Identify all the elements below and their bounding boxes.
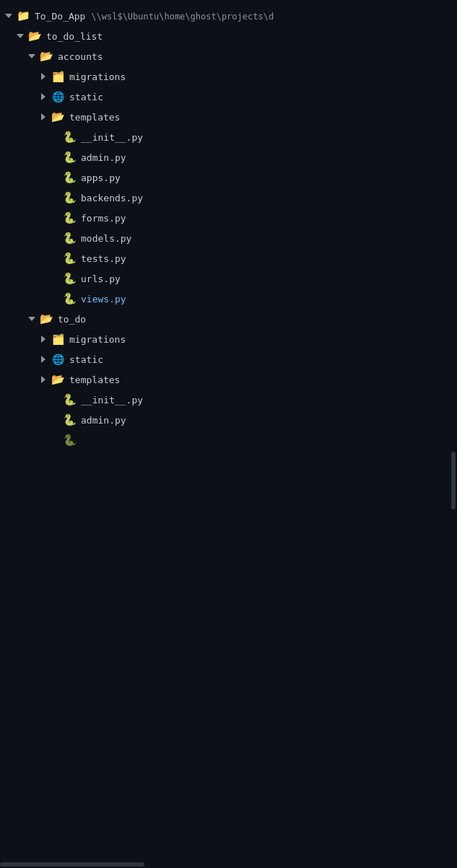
sidebar-item-accounts-migrations[interactable]: 🗂️ migrations	[0, 66, 457, 87]
item-label: accounts	[58, 51, 451, 62]
spacer	[49, 131, 61, 143]
item-label: migrations	[69, 71, 451, 82]
root-folder[interactable]: 📁 To_Do_App \\wsl$\Ubuntu\home\ghost\pro…	[0, 6, 457, 26]
chevron-down-icon	[3, 10, 14, 22]
python-icon: 🐍	[62, 150, 77, 165]
sidebar-item-accounts-forms[interactable]: 🐍 forms.py	[0, 208, 457, 228]
sidebar-item-accounts-models[interactable]: 🐍 models.py	[0, 228, 457, 248]
chevron-right-icon	[38, 111, 49, 123]
sidebar-item-accounts-templates[interactable]: 📂 templates	[0, 107, 457, 127]
chevron-right-icon	[38, 333, 49, 345]
python-icon: 🐍	[62, 393, 77, 407]
spacer	[49, 152, 61, 163]
sidebar-item-to_do[interactable]: 📂 to_do	[0, 309, 457, 329]
item-label: templates	[69, 374, 451, 385]
python-icon: 🐍	[62, 413, 77, 427]
chevron-right-icon	[38, 91, 49, 102]
spacer	[49, 172, 61, 183]
sidebar-item-to_do_list[interactable]: 📂 to_do_list	[0, 26, 457, 46]
chevron-down-icon	[26, 313, 38, 325]
sidebar-item-todo-templates[interactable]: 📂 templates	[0, 369, 457, 390]
folder-yellow-icon: 📂	[39, 49, 53, 63]
folder-yellow-icon: 📂	[51, 372, 65, 387]
spacer	[49, 394, 61, 405]
item-label: __init__.py	[81, 132, 451, 143]
item-label: backends.py	[81, 193, 451, 203]
spacer	[49, 192, 61, 203]
chevron-right-icon	[38, 374, 49, 385]
python-icon: 🐍	[62, 291, 77, 306]
spacer	[49, 434, 61, 446]
python-icon: 🐍	[62, 130, 77, 144]
python-icon: 🐍	[62, 271, 77, 286]
spacer	[49, 232, 61, 244]
sidebar-item-accounts-apps[interactable]: 🐍 apps.py	[0, 167, 457, 188]
item-label: templates	[69, 112, 451, 123]
item-label: to_do_list	[46, 31, 451, 42]
item-label: static	[69, 92, 451, 102]
python-icon: 🐍	[62, 231, 77, 245]
sidebar-item-accounts-init[interactable]: 🐍 __init__.py	[0, 127, 457, 147]
sidebar-item-accounts-tests[interactable]: 🐍 tests.py	[0, 248, 457, 268]
python-icon: 🐍	[62, 190, 77, 205]
sidebar-item-accounts-views[interactable]: 🐍 views.py	[0, 289, 457, 309]
folder-green-icon: 🗂️	[51, 332, 65, 346]
item-label: tests.py	[81, 253, 451, 264]
item-label: to_do	[58, 314, 451, 325]
chevron-right-icon	[38, 71, 49, 82]
sidebar-item-partial[interactable]: 🐍	[0, 430, 457, 450]
sidebar-item-accounts[interactable]: 📂 accounts	[0, 46, 457, 66]
item-label: admin.py	[81, 152, 451, 163]
sidebar-item-todo-static[interactable]: 🌐 static	[0, 349, 457, 369]
chevron-right-icon	[38, 354, 49, 365]
sidebar-item-todo-admin[interactable]: 🐍 admin.py	[0, 410, 457, 430]
sidebar-item-accounts-backends[interactable]: 🐍 backends.py	[0, 188, 457, 208]
item-label: apps.py	[81, 172, 451, 183]
python-icon: 🐍	[62, 170, 77, 185]
chevron-down-icon	[26, 51, 38, 62]
folder-globe-icon: 🌐	[51, 89, 65, 104]
sidebar-item-accounts-urls[interactable]: 🐍 urls.py	[0, 268, 457, 289]
python-icon: 🐍	[62, 433, 77, 447]
python-icon: 🐍	[62, 251, 77, 266]
folder-icon: 📂	[27, 29, 42, 43]
item-label: urls.py	[81, 273, 451, 284]
item-label: static	[69, 354, 451, 365]
sidebar-item-accounts-static[interactable]: 🌐 static	[0, 87, 457, 107]
item-label: __init__.py	[81, 395, 451, 405]
horizontal-scrollbar[interactable]	[0, 861, 450, 868]
vertical-scrollbar[interactable]	[450, 0, 457, 868]
spacer	[49, 293, 61, 304]
sidebar-item-accounts-admin[interactable]: 🐍 admin.py	[0, 147, 457, 167]
scrollbar-thumb[interactable]	[451, 452, 456, 509]
chevron-down-icon	[14, 30, 26, 42]
item-label: views.py	[81, 294, 451, 304]
folder-yellow-icon: 📂	[51, 110, 65, 124]
sidebar-item-todo-migrations[interactable]: 🗂️ migrations	[0, 329, 457, 349]
item-label: admin.py	[81, 415, 451, 426]
root-label: To_Do_App \\wsl$\Ubuntu\home\ghost\proje…	[35, 11, 451, 22]
folder-green-icon: 🗂️	[51, 69, 65, 84]
python-icon: 🐍	[62, 211, 77, 225]
file-explorer: 📁 To_Do_App \\wsl$\Ubuntu\home\ghost\pro…	[0, 0, 457, 456]
spacer	[49, 273, 61, 284]
spacer	[49, 253, 61, 264]
spacer	[49, 212, 61, 224]
item-label: models.py	[81, 233, 451, 244]
sidebar-item-todo-init[interactable]: 🐍 __init__.py	[0, 390, 457, 410]
spacer	[49, 414, 61, 426]
item-label: forms.py	[81, 213, 451, 224]
item-label: migrations	[69, 334, 451, 345]
horizontal-scrollbar-thumb[interactable]	[0, 862, 144, 867]
folder-icon: 📁	[16, 9, 30, 23]
folder-yellow-icon: 📂	[39, 312, 53, 326]
root-path: \\wsl$\Ubuntu\home\ghost\projects\d	[91, 12, 274, 22]
folder-globe-icon: 🌐	[51, 352, 65, 367]
